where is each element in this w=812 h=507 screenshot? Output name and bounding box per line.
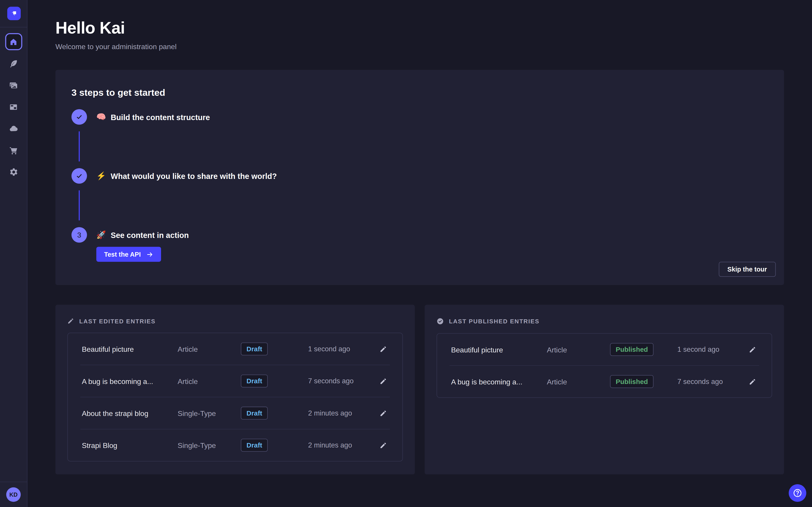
edit-entry-button[interactable] [378, 409, 389, 417]
entry-time: 2 minutes ago [308, 441, 378, 449]
cloud-icon [9, 124, 18, 133]
sidebar-footer: KD [0, 482, 27, 507]
tour-step-3: 3 🚀 See content in action [71, 227, 768, 243]
status-badge: Published [610, 375, 654, 388]
home-icon [9, 38, 17, 46]
sidebar-item-content-manager[interactable] [5, 55, 22, 72]
entry-type: Single-Type [178, 441, 241, 449]
page-title: Hello Kai [55, 19, 784, 38]
edit-entry-button[interactable] [378, 442, 389, 449]
entry-title: A bug is becoming a... [82, 377, 178, 385]
edit-entry-button[interactable] [747, 346, 758, 353]
strapi-glyph-icon [9, 9, 18, 18]
step-connector-line [79, 190, 80, 220]
last-edited-entries-card: LAST EDITED ENTRIES Beautiful picture Ar… [55, 305, 415, 474]
step-2-check-circle [71, 168, 87, 184]
entry-title: A bug is becoming a... [451, 378, 547, 386]
help-button[interactable] [789, 484, 806, 502]
entry-type: Single-Type [178, 409, 241, 417]
sidebar: KD [0, 0, 28, 507]
edit-entry-button[interactable] [378, 378, 389, 385]
images-icon [9, 80, 18, 90]
entry-type: Article [178, 345, 241, 353]
feather-icon [9, 59, 18, 68]
status-badge: Draft [241, 375, 268, 387]
entries-section: LAST EDITED ENTRIES Beautiful picture Ar… [55, 305, 784, 474]
test-the-api-button[interactable]: Test the API [96, 247, 161, 262]
entry-time: 1 second ago [308, 345, 378, 353]
sidebar-item-home[interactable] [5, 33, 22, 50]
step-1-label: 🧠 Build the content structure [96, 112, 210, 121]
table-row: A bug is becoming a... Article Draft 7 s… [68, 365, 402, 397]
entry-time: 7 seconds ago [677, 378, 747, 385]
main-content: Hello Kai Welcome to your administration… [28, 0, 812, 474]
step-3-number-circle: 3 [71, 227, 87, 243]
last-published-title: LAST PUBLISHED ENTRIES [449, 318, 540, 325]
entry-type: Article [547, 378, 610, 386]
edit-entry-button[interactable] [747, 378, 758, 385]
check-circle-icon [437, 318, 444, 325]
entry-title: Strapi Blog [82, 441, 178, 449]
checkmark-icon [75, 113, 84, 121]
pencil-icon [379, 378, 387, 385]
logo-container [0, 0, 28, 27]
sidebar-item-media-library[interactable] [5, 76, 22, 94]
layout-icon [9, 102, 18, 111]
entry-time: 1 second ago [677, 346, 747, 353]
guided-tour-card: 3 steps to get started 🧠 Build the conte… [55, 70, 784, 285]
gear-icon [9, 167, 18, 177]
arrow-right-icon [146, 250, 153, 258]
entry-type: Article [178, 377, 241, 385]
strapi-logo-icon[interactable] [7, 7, 20, 20]
brain-emoji-icon: 🧠 [96, 112, 106, 121]
sidebar-item-marketplace[interactable] [5, 142, 22, 159]
pencil-icon [379, 409, 387, 417]
user-avatar[interactable]: KD [6, 488, 21, 502]
last-published-header: LAST PUBLISHED ENTRIES [437, 318, 772, 325]
table-row: Beautiful picture Article Published 1 se… [437, 334, 772, 365]
step-2-label: ⚡ What would you like to share with the … [96, 171, 277, 180]
tour-step-2: ⚡ What would you like to share with the … [71, 168, 768, 184]
entry-title: Beautiful picture [82, 345, 178, 353]
status-badge: Draft [241, 407, 268, 419]
pencil-icon [749, 346, 756, 353]
pencil-icon [379, 442, 387, 449]
strapi-admin-app: KD Hello Kai Welcome to your administrat… [0, 0, 812, 507]
table-row: A bug is becoming a... Article Published… [437, 366, 772, 397]
checkmark-icon [75, 172, 84, 180]
status-badge: Draft [241, 342, 268, 355]
last-edited-table: Beautiful picture Article Draft 1 second… [67, 333, 403, 461]
lightning-emoji-icon: ⚡ [96, 171, 106, 180]
cta-row: Test the API [96, 247, 768, 262]
step-connector-line [79, 131, 80, 161]
rocket-emoji-icon: 🚀 [96, 230, 106, 239]
table-row: Beautiful picture Article Draft 1 second… [68, 333, 402, 365]
edit-entry-button[interactable] [378, 345, 389, 353]
question-circle-icon [793, 488, 803, 498]
step-1-check-circle [71, 109, 87, 125]
entry-title: Beautiful picture [451, 345, 547, 354]
entry-title: About the strapi blog [82, 409, 178, 417]
entry-type: Article [547, 345, 610, 354]
pencil-icon [379, 345, 387, 353]
status-badge: Published [610, 343, 654, 356]
sidebar-item-settings[interactable] [5, 164, 22, 181]
last-published-table: Beautiful picture Article Published 1 se… [437, 333, 772, 398]
skip-the-tour-button[interactable]: Skip the tour [719, 262, 776, 277]
cart-icon [9, 146, 18, 155]
pencil-icon [749, 378, 756, 385]
guided-tour-title: 3 steps to get started [71, 88, 768, 98]
last-edited-header: LAST EDITED ENTRIES [67, 318, 403, 325]
last-published-entries-card: LAST PUBLISHED ENTRIES Beautiful picture… [425, 305, 784, 474]
step-3-label: 🚀 See content in action [96, 230, 189, 239]
page-subtitle: Welcome to your administration panel [55, 42, 784, 51]
sidebar-item-deploy[interactable] [5, 120, 22, 137]
sidebar-nav [0, 27, 27, 185]
sidebar-item-content-type-builder[interactable] [5, 98, 22, 115]
last-edited-title: LAST EDITED ENTRIES [79, 318, 156, 324]
table-row: About the strapi blog Single-Type Draft … [68, 397, 402, 429]
table-row: Strapi Blog Single-Type Draft 2 minutes … [68, 430, 402, 461]
status-badge: Draft [241, 439, 268, 452]
entry-time: 2 minutes ago [308, 409, 378, 417]
tour-step-1: 🧠 Build the content structure [71, 109, 768, 125]
